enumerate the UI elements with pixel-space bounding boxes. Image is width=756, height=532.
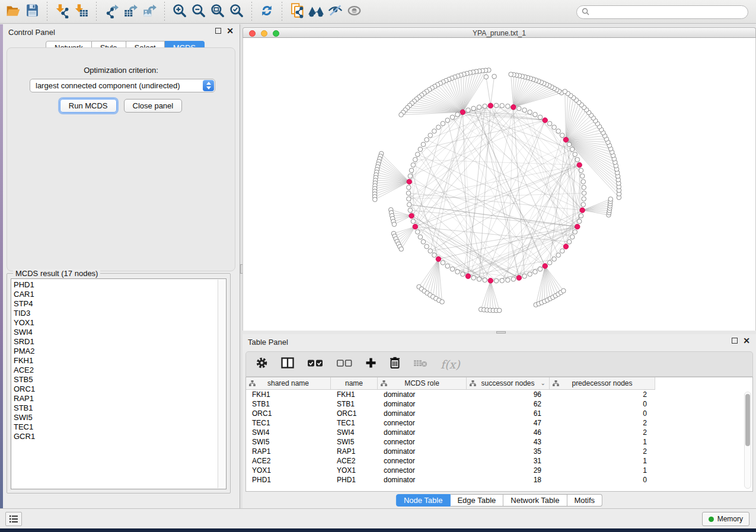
first-neighbors-button[interactable] xyxy=(307,2,326,21)
tab-network-table[interactable]: Network Table xyxy=(503,494,567,507)
show-column-button[interactable] xyxy=(281,357,294,371)
zoom-selected-button[interactable] xyxy=(227,2,246,21)
ring-node xyxy=(560,133,564,138)
table-panel-title: Table Panel xyxy=(248,338,288,347)
table-row[interactable]: PHD1PHD1dominator180 xyxy=(246,475,752,485)
import-table-button[interactable] xyxy=(72,2,91,21)
result-node-item[interactable]: STP4 xyxy=(14,299,216,309)
criterion-select[interactable]: largest connected component (undirected) xyxy=(30,79,215,92)
cell-name: SWI4 xyxy=(331,428,378,437)
result-node-item[interactable]: GCR1 xyxy=(14,432,216,441)
table-row[interactable]: SWI4SWI4dominator462 xyxy=(246,428,752,437)
result-node-item[interactable]: TID3 xyxy=(14,309,216,318)
open-file-button[interactable] xyxy=(4,2,23,21)
zoom-fit-button[interactable] xyxy=(208,2,227,21)
result-node-item[interactable]: SWI4 xyxy=(14,328,216,337)
first-neighbors-icon xyxy=(307,3,325,21)
result-node-item[interactable]: SWI5 xyxy=(14,413,216,422)
result-node-item[interactable]: TEC1 xyxy=(14,422,216,432)
tab-edge-table[interactable]: Edge Table xyxy=(450,494,503,507)
settings-gear-button[interactable] xyxy=(256,357,268,371)
column-header-MCDS-role[interactable]: MCDS role xyxy=(378,377,467,390)
cell-predecessor-nodes: 1 xyxy=(550,466,655,475)
zoom-in-button[interactable] xyxy=(170,2,189,21)
network-canvas[interactable] xyxy=(243,38,756,331)
import-network-button[interactable] xyxy=(53,2,72,21)
close-panel-button[interactable]: Close panel xyxy=(124,99,183,113)
task-history-button[interactable] xyxy=(5,512,22,526)
save-session-icon xyxy=(25,3,40,20)
table-row[interactable]: FKH1FKH1dominator962 xyxy=(246,390,752,399)
network-graph[interactable] xyxy=(243,38,755,329)
cell-name: SWI5 xyxy=(331,437,378,447)
tab-node-table[interactable]: Node Table xyxy=(396,494,451,507)
table-row[interactable]: ACE2ACE2connector311 xyxy=(246,456,752,466)
add-row-button[interactable] xyxy=(365,357,377,371)
column-header-predecessor-nodes[interactable]: predecessor nodes xyxy=(550,377,655,390)
result-node-item[interactable]: PMA2 xyxy=(14,347,216,356)
select-all-button[interactable] xyxy=(307,358,323,370)
result-node-item[interactable]: ACE2 xyxy=(14,366,216,375)
ring-node xyxy=(573,230,578,235)
result-node-item[interactable]: RAP1 xyxy=(14,394,216,403)
table-row[interactable]: SWI5SWI5connector431 xyxy=(246,437,752,447)
cell-MCDS-role: connector xyxy=(378,466,467,475)
refresh-view-button[interactable] xyxy=(257,2,276,21)
table-row[interactable]: ORC1ORC1dominator610 xyxy=(246,409,752,418)
close-panel-icon[interactable]: ✕ xyxy=(227,28,234,34)
mcds-result-listbox[interactable]: PHD1CAR1STP4TID3YOX1SWI4SRD1PMA2FKH1ACE2… xyxy=(11,278,227,489)
result-node-item[interactable]: PHD1 xyxy=(14,280,216,290)
result-node-item[interactable]: CAR1 xyxy=(14,290,216,299)
export-table-button[interactable] xyxy=(121,2,140,21)
zoom-out-button[interactable] xyxy=(189,2,208,21)
column-header-successor-nodes[interactable]: successor nodes⌄ xyxy=(467,377,550,390)
result-node-item[interactable]: YOX1 xyxy=(14,318,216,328)
hide-selection-button[interactable] xyxy=(326,2,344,21)
splitter-grip[interactable] xyxy=(496,331,506,334)
selected-mcds-node xyxy=(543,118,548,123)
satellite-node xyxy=(399,247,404,252)
clear-selection-button[interactable] xyxy=(336,358,352,370)
memory-button[interactable]: Memory xyxy=(702,512,749,526)
table-body: FKH1FKH1dominator962STB1STB1dominator620… xyxy=(246,390,752,491)
table-row[interactable]: STB1STB1dominator620 xyxy=(246,399,752,409)
save-session-button[interactable] xyxy=(23,2,42,21)
table-row[interactable]: TEC1TEC1connector472 xyxy=(246,418,752,428)
close-panel-icon[interactable]: ✕ xyxy=(743,338,750,344)
ring-node xyxy=(406,191,411,196)
export-image-button[interactable] xyxy=(140,2,159,21)
column-header-name[interactable]: name xyxy=(331,377,378,390)
selected-mcds-node xyxy=(409,213,414,219)
scrollbar-thumb[interactable] xyxy=(745,394,750,446)
result-node-item[interactable]: SRD1 xyxy=(14,337,216,347)
table-scrollbar[interactable] xyxy=(744,392,751,489)
float-panel-icon[interactable] xyxy=(732,338,738,344)
node-table[interactable]: shared namenameMCDS rolesuccessor nodes⌄… xyxy=(245,377,753,492)
ring-node xyxy=(511,277,516,281)
ring-node xyxy=(547,261,552,265)
result-scrollbar[interactable] xyxy=(218,280,225,488)
column-header-shared-name[interactable]: shared name xyxy=(246,377,331,390)
network-window-titlebar: YPA_prune.txt_1 xyxy=(243,27,756,38)
cell-predecessor-nodes: 1 xyxy=(550,456,655,466)
result-node-item[interactable]: ORC1 xyxy=(14,384,216,394)
new-network-from-selection-button[interactable] xyxy=(288,2,307,21)
ring-node xyxy=(581,180,586,184)
run-mcds-button[interactable]: Run MCDS xyxy=(60,99,117,113)
table-row[interactable]: YOX1YOX1connector291 xyxy=(246,466,752,475)
export-network-button[interactable] xyxy=(102,2,121,21)
result-node-item[interactable]: STB5 xyxy=(14,375,216,384)
tab-motifs[interactable]: Motifs xyxy=(567,494,602,507)
ring-node xyxy=(522,108,527,113)
result-node-item[interactable]: FKH1 xyxy=(14,356,216,366)
result-node-item[interactable]: STB1 xyxy=(14,403,216,413)
table-row[interactable]: RAP1RAP1dominator352 xyxy=(246,447,752,456)
search-box[interactable] xyxy=(576,5,748,19)
float-panel-icon[interactable] xyxy=(215,28,221,34)
ring-node xyxy=(582,191,586,196)
ring-node xyxy=(415,152,420,157)
delete-row-button[interactable] xyxy=(390,357,400,371)
satellite-node xyxy=(440,300,445,305)
search-input[interactable] xyxy=(592,8,743,17)
show-all-button[interactable] xyxy=(344,2,363,21)
